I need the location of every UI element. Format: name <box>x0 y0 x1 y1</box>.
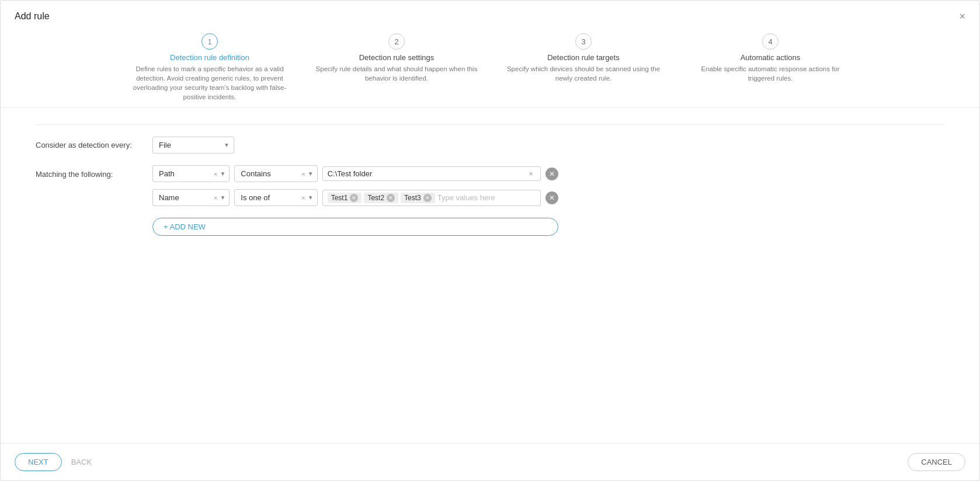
value-clear-1-icon[interactable]: × <box>526 169 536 178</box>
field-select-1-wrapper: Path Name × ▼ <box>152 165 230 182</box>
consider-row: Consider as detection every: File Proces… <box>36 137 944 154</box>
dialog-header: Add rule × <box>1 1 979 22</box>
matching-condition-row-2: Name Path × ▼ Is one of Contains × ▼ <box>152 189 558 206</box>
step-1-name: Detection rule definition <box>170 53 249 62</box>
dialog-body: Consider as detection every: File Proces… <box>1 108 979 443</box>
field-dropdown-2-icon: ▼ <box>220 194 229 201</box>
step-2-circle: 2 <box>388 33 405 50</box>
operator-clear-1-icon[interactable]: × <box>299 170 307 177</box>
tag-test2-remove-icon[interactable]: ✕ <box>387 194 395 202</box>
tag-test1-label: Test1 <box>331 194 348 202</box>
step-1-desc: Define rules to mark a specific behavior… <box>128 64 291 102</box>
field-select-1[interactable]: Path Name <box>153 166 211 182</box>
remove-row-2-icon: ✕ <box>549 194 555 202</box>
remove-row-1-icon: ✕ <box>549 170 555 178</box>
consider-select[interactable]: File Process Network <box>152 137 234 154</box>
step-4: 4 Automatic actions Enable specific auto… <box>677 33 864 102</box>
operator-clear-2-icon[interactable]: × <box>299 194 307 201</box>
footer-left: NEXT BACK <box>15 453 92 471</box>
field-clear-2-icon[interactable]: × <box>211 194 220 201</box>
step-3-circle: 3 <box>575 33 592 50</box>
operator-select-2-wrapper: Is one of Contains × ▼ <box>234 189 317 206</box>
matching-condition-row-1: Path Name × ▼ Contains Is one of × ▼ <box>152 165 558 182</box>
matching-label: Matching the following: <box>36 170 152 179</box>
value-container-1: × <box>322 166 541 181</box>
operator-select-1-wrapper: Contains Is one of × ▼ <box>234 165 317 182</box>
remove-row-1-button[interactable]: ✕ <box>545 168 558 180</box>
value-container-2: Test1 ✕ Test2 ✕ Test3 ✕ <box>322 190 541 206</box>
tag-test3-remove-icon[interactable]: ✕ <box>423 194 432 202</box>
operator-select-1[interactable]: Contains Is one of <box>235 166 299 182</box>
step-4-name: Automatic actions <box>741 53 801 62</box>
tag-test3-label: Test3 <box>404 194 421 202</box>
step-3-desc: Specify which devices should be scanned … <box>502 64 665 83</box>
step-1: 1 Detection rule definition Define rules… <box>116 33 303 102</box>
divider <box>36 124 944 125</box>
tag-test3: Test3 ✕ <box>401 193 435 203</box>
tag-test2: Test2 ✕ <box>364 193 398 203</box>
add-rule-dialog: Add rule × 1 Detection rule definition D… <box>0 0 980 481</box>
consider-select-wrapper: File Process Network ▼ <box>152 137 234 154</box>
matching-rows: Path Name × ▼ Contains Is one of × ▼ <box>152 165 558 236</box>
tag-test2-label: Test2 <box>367 194 384 202</box>
operator-select-2[interactable]: Is one of Contains <box>235 190 299 205</box>
cancel-button[interactable]: CANCEL <box>908 453 965 471</box>
value-input-1[interactable] <box>328 169 524 178</box>
tag-test1-remove-icon[interactable]: ✕ <box>350 194 358 202</box>
field-clear-1-icon[interactable]: × <box>211 170 220 177</box>
operator-dropdown-2-icon: ▼ <box>308 194 317 201</box>
field-select-2[interactable]: Name Path <box>153 190 211 205</box>
consider-label: Consider as detection every: <box>36 141 152 149</box>
dialog-footer: NEXT BACK CANCEL <box>1 443 979 480</box>
step-3-name: Detection rule targets <box>547 53 620 62</box>
add-new-button[interactable]: + ADD NEW <box>152 218 558 236</box>
field-dropdown-1-icon: ▼ <box>220 170 229 177</box>
field-select-2-wrapper: Name Path × ▼ <box>152 189 230 206</box>
step-4-desc: Enable specific automatic response actio… <box>689 64 852 83</box>
remove-row-2-button[interactable]: ✕ <box>545 191 558 204</box>
dialog-title: Add rule <box>15 11 50 22</box>
matching-row: Matching the following: Path Name × ▼ <box>36 165 944 236</box>
step-1-circle: 1 <box>201 33 218 50</box>
step-2-desc: Specify rule details and what should hap… <box>315 64 478 83</box>
step-3: 3 Detection rule targets Specify which d… <box>490 33 677 102</box>
close-button[interactable]: × <box>959 11 965 22</box>
step-4-circle: 4 <box>762 33 779 50</box>
operator-dropdown-1-icon: ▼ <box>308 170 317 177</box>
step-2: 2 Detection rule settings Specify rule d… <box>303 33 490 102</box>
next-button[interactable]: NEXT <box>15 453 62 471</box>
stepper: 1 Detection rule definition Define rules… <box>1 22 979 108</box>
step-2-name: Detection rule settings <box>359 53 435 62</box>
back-button[interactable]: BACK <box>71 458 92 466</box>
tag-value-input[interactable] <box>437 193 536 202</box>
tag-test1: Test1 ✕ <box>328 193 362 203</box>
